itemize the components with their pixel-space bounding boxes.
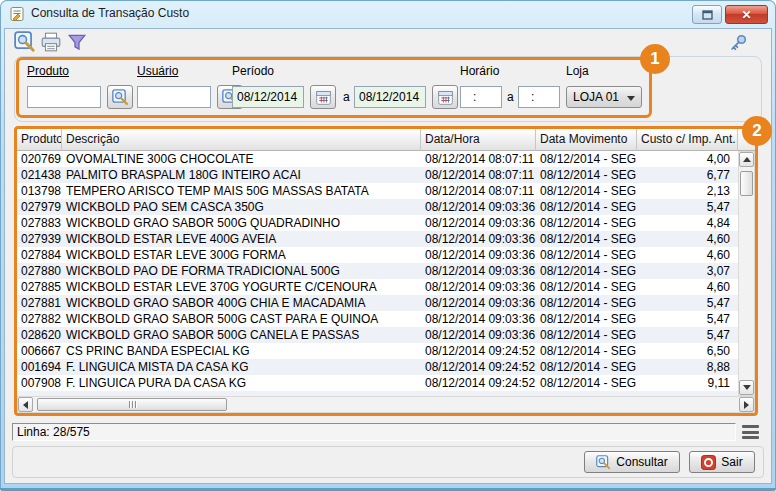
- sair-label: Sair: [721, 455, 742, 469]
- table-row[interactable]: 027885WICKBOLD ESTAR LEVE 370G YOGURTE C…: [17, 279, 738, 295]
- table-cell: 3,07: [637, 263, 738, 279]
- grip-icon: [129, 401, 130, 408]
- table-cell: 08/12/2014 - SEG: [536, 343, 637, 359]
- table-row[interactable]: 027883WICKBOLD GRAO SABOR 500G QUADRADIN…: [17, 215, 738, 231]
- table-row[interactable]: 027979WICKBOLD PAO SEM CASCA 350G08/12/2…: [17, 199, 738, 215]
- horario-separator: a: [507, 90, 514, 104]
- periodo-to-input[interactable]: [354, 86, 426, 108]
- table-cell: 5,47: [637, 295, 738, 311]
- vertical-scrollbar[interactable]: [738, 151, 755, 396]
- search-icon: [112, 89, 129, 106]
- table-row[interactable]: 027939WICKBOLD ESTAR LEVE 400G AVEIA08/1…: [17, 231, 738, 247]
- table-cell: 08/12/2014 09:03:36: [421, 231, 536, 247]
- table-cell: 08/12/2014 08:07:11: [421, 167, 536, 183]
- table-cell: 001694: [17, 359, 62, 375]
- close-button[interactable]: ✕: [725, 5, 768, 24]
- scroll-right-button[interactable]: [739, 397, 754, 412]
- table-row[interactable]: 007908F. LINGUICA PURA DA CASA KG08/12/2…: [17, 375, 738, 391]
- arrow-left-icon: [23, 401, 28, 409]
- column-header[interactable]: Descrição: [62, 129, 421, 151]
- horario-to-input[interactable]: [518, 86, 560, 108]
- horario-from-input[interactable]: [460, 86, 502, 108]
- table-cell: 08/12/2014 09:03:36: [421, 295, 536, 311]
- table-cell: 08/12/2014 - SEG: [536, 327, 637, 343]
- table-cell: 2,13: [637, 183, 738, 199]
- table-row[interactable]: 028620WICKBOLD GRAO SABOR 500G CANELA E …: [17, 327, 738, 343]
- status-bar: Linha: 28/575: [12, 423, 736, 441]
- table-cell: 08/12/2014 - SEG: [536, 279, 637, 295]
- table-cell: 021438: [17, 167, 62, 183]
- table-cell: 4,60: [637, 247, 738, 263]
- table-cell: 4,00: [637, 151, 738, 167]
- table-cell: F. LINGUICA PURA DA CASA KG: [62, 375, 421, 391]
- periodo-from-calendar-button[interactable]: [310, 85, 336, 109]
- table-row[interactable]: 027884WICKBOLD ESTAR LEVE 300G FORMA08/1…: [17, 247, 738, 263]
- menu-icon[interactable]: [742, 425, 759, 439]
- table-cell: 08/12/2014 09:24:52: [421, 359, 536, 375]
- column-header[interactable]: Data Movimento: [536, 129, 637, 151]
- produto-input[interactable]: [27, 86, 101, 108]
- table-cell: 08/12/2014 09:03:36: [421, 215, 536, 231]
- scroll-up-button[interactable]: [739, 152, 754, 167]
- arrow-down-icon: [743, 385, 751, 390]
- filter-icon[interactable]: [66, 31, 88, 53]
- search-icon[interactable]: [14, 31, 36, 53]
- table-row[interactable]: 021438PALMITO BRASPALM 180G INTEIRO ACAI…: [17, 167, 738, 183]
- loja-select[interactable]: LOJA 01: [566, 86, 642, 108]
- sair-button[interactable]: Sair: [689, 451, 755, 473]
- arrow-up-icon: [743, 157, 751, 162]
- vertical-scroll-thumb[interactable]: [740, 171, 753, 196]
- horizontal-scrollbar[interactable]: [17, 396, 755, 413]
- table-cell: 5,47: [637, 311, 738, 327]
- table-cell: 8,88: [637, 359, 738, 375]
- scroll-left-button[interactable]: [18, 397, 33, 412]
- table-cell: 027979: [17, 199, 62, 215]
- periodo-to-calendar-button[interactable]: [432, 85, 458, 109]
- table-row[interactable]: 027882WICKBOLD GRAO SABOR 500G CAST PARA…: [17, 311, 738, 327]
- column-header[interactable]: Custo c/ Imp. Ant.: [637, 129, 738, 151]
- table-cell: WICKBOLD PAO DE FORMA TRADICIONAL 500G: [62, 263, 421, 279]
- produto-lookup-button[interactable]: [107, 85, 133, 109]
- table-cell: 027883: [17, 215, 62, 231]
- usuario-input[interactable]: [137, 86, 211, 108]
- periodo-label: Período: [232, 64, 274, 78]
- table-row[interactable]: 013798TEMPERO ARISCO TEMP MAIS 50G MASSA…: [17, 183, 738, 199]
- table-cell: 08/12/2014 - SEG: [536, 151, 637, 167]
- chevron-down-icon: [627, 96, 635, 101]
- window-frame: Consulta de Transação Custo ✕: [0, 0, 776, 491]
- table-cell: OVOMALTINE 300G CHOCOLATE: [62, 151, 421, 167]
- table-header-corner: [738, 129, 755, 151]
- table-row[interactable]: 001694F. LINGUICA MISTA DA CASA KG08/12/…: [17, 359, 738, 375]
- key-icon[interactable]: [728, 33, 748, 53]
- table-cell: WICKBOLD GRAO SABOR 500G CAST PARA E QUI…: [62, 311, 421, 327]
- table-cell: 027884: [17, 247, 62, 263]
- table-cell: 028620: [17, 327, 62, 343]
- table-cell: 08/12/2014 09:24:52: [421, 343, 536, 359]
- table-row[interactable]: 027881WICKBOLD GRAO SABOR 400G CHIA E MA…: [17, 295, 738, 311]
- scroll-down-button[interactable]: [739, 380, 754, 395]
- table-row[interactable]: 020769OVOMALTINE 300G CHOCOLATE08/12/201…: [17, 151, 738, 167]
- table-cell: CS PRINC BANDA ESPECIAL KG: [62, 343, 421, 359]
- table-row[interactable]: 027880WICKBOLD PAO DE FORMA TRADICIONAL …: [17, 263, 738, 279]
- table-cell: 08/12/2014 - SEG: [536, 183, 637, 199]
- column-header[interactable]: Data/Hora: [421, 129, 536, 151]
- horizontal-scroll-thumb[interactable]: [37, 398, 227, 411]
- restore-button[interactable]: [692, 5, 722, 24]
- loja-label: Loja: [566, 64, 589, 78]
- titlebar[interactable]: Consulta de Transação Custo ✕: [0, 0, 776, 28]
- produto-label: Produto: [27, 64, 69, 78]
- table-cell: 08/12/2014 - SEG: [536, 311, 637, 327]
- table-cell: PALMITO BRASPALM 180G INTEIRO ACAI: [62, 167, 421, 183]
- consultar-button[interactable]: Consultar: [584, 451, 680, 473]
- close-icon: ✕: [741, 8, 751, 22]
- table-cell: 08/12/2014 09:03:36: [421, 279, 536, 295]
- table-cell: 9,11: [637, 375, 738, 391]
- table-cell: 08/12/2014 09:24:52: [421, 375, 536, 391]
- table-cell: 5,47: [637, 327, 738, 343]
- column-header[interactable]: Produto: [17, 129, 62, 151]
- periodo-from-input[interactable]: [232, 86, 304, 108]
- print-icon[interactable]: [40, 31, 62, 53]
- table-cell: WICKBOLD ESTAR LEVE 400G AVEIA: [62, 231, 421, 247]
- table-row[interactable]: 006667CS PRINC BANDA ESPECIAL KG08/12/20…: [17, 343, 738, 359]
- table-cell: 08/12/2014 09:03:36: [421, 263, 536, 279]
